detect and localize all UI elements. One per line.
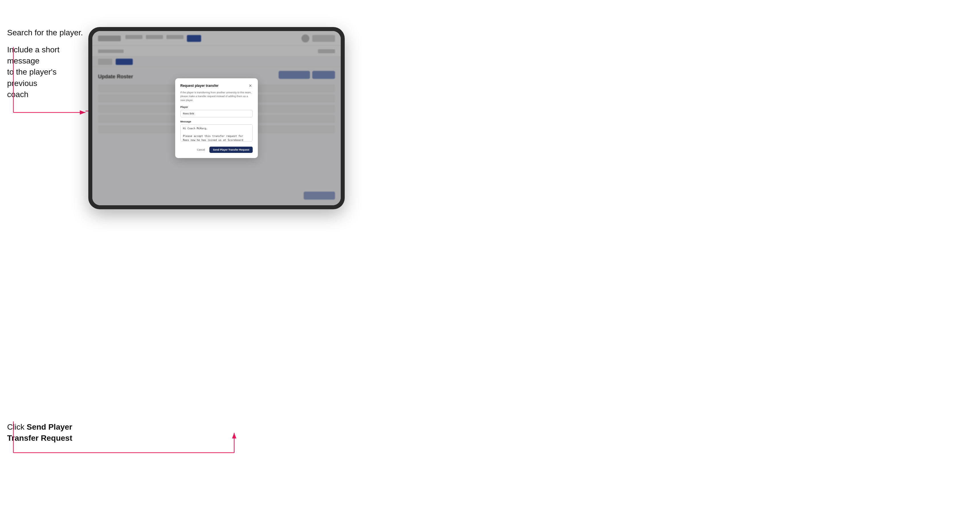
- transfer-request-modal: Request player transfer ✕ If the player …: [175, 78, 258, 158]
- annotation-search: Search for the player.: [7, 27, 83, 38]
- player-field-label: Player: [180, 106, 253, 108]
- message-textarea[interactable]: Hi Coach McHarg, Please accept this tran…: [180, 124, 253, 141]
- modal-overlay: Request player transfer ✕ If the player …: [92, 31, 341, 205]
- cancel-button[interactable]: Cancel: [194, 147, 207, 152]
- modal-close-button[interactable]: ✕: [248, 83, 253, 88]
- tablet-frame: Update Roster Request player transf: [88, 27, 345, 209]
- annotation-click: Click Send Player Transfer Request: [7, 421, 84, 444]
- modal-footer: Cancel Send Player Transfer Request: [180, 147, 253, 153]
- modal-title: Request player transfer: [180, 84, 218, 88]
- annotation-message: Include a short messageto the player's p…: [7, 44, 84, 100]
- modal-description: If the player is transferring from anoth…: [180, 91, 253, 103]
- message-field-label: Message: [180, 120, 253, 123]
- tablet-screen: Update Roster Request player transf: [92, 31, 341, 205]
- modal-header: Request player transfer ✕: [180, 83, 253, 88]
- player-input[interactable]: [180, 110, 253, 117]
- send-player-transfer-request-button[interactable]: Send Player Transfer Request: [209, 147, 253, 153]
